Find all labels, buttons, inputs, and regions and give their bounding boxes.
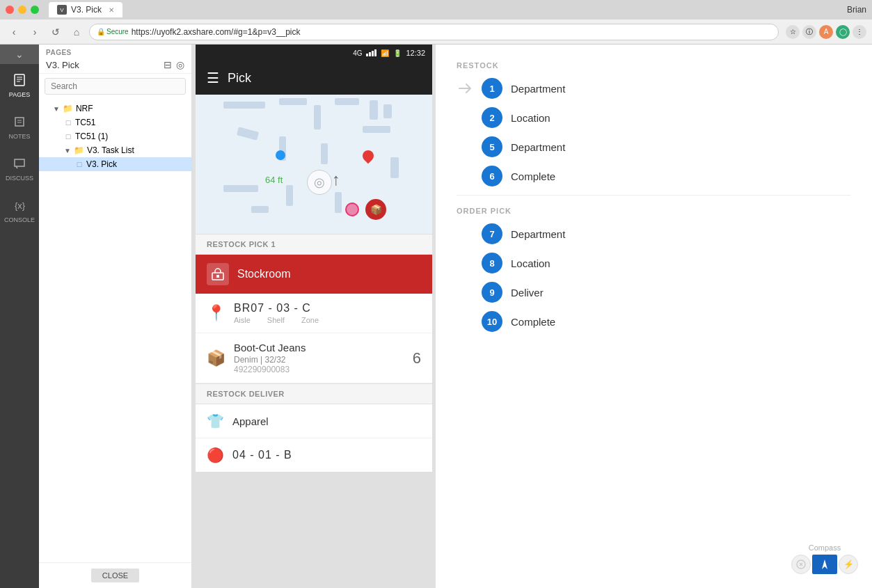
tab-title: V3. Pick (71, 5, 102, 15)
signal-bar-4 (374, 49, 376, 56)
axure-sidebar: ⌄ PAGES NOTES DISCUSS {x} CONSOLE (0, 45, 39, 588)
restock-section-label: RESTOCK (457, 61, 851, 70)
tree-label-v3pick: V3. Pick (86, 159, 117, 169)
pages-current-page: V3. Pick ⊟ ◎ (46, 59, 184, 70)
tab-close[interactable]: ✕ (109, 6, 114, 14)
zone-label: Zone (301, 316, 319, 324)
map-shelf-7 (363, 126, 390, 133)
workflow-circle-10: 10 (482, 311, 502, 332)
sidebar-nav-discuss[interactable]: DISCUSS (0, 148, 39, 189)
map-shelf-4 (335, 98, 359, 105)
workflow-circle-7: 7 (482, 223, 502, 244)
page-icon-tc51-1: □ (64, 132, 72, 141)
pages-panel: PAGES V3. Pick ⊟ ◎ ▼ 📁 NRF □ TC51 (39, 45, 192, 588)
network-indicator: 4G (353, 49, 362, 57)
close-button[interactable]: CLOSE (91, 569, 139, 582)
location-info: BR07 - 03 - C Aisle Shelf Zone (234, 302, 421, 324)
workflow-label-7: Department (511, 228, 565, 240)
pages-nav-label: PAGES (9, 91, 30, 98)
deliver-location-code: 04 - 01 - B (232, 449, 292, 461)
info-icon[interactable]: ⓘ (802, 25, 816, 39)
sidebar-nav-notes[interactable]: NOTES (0, 106, 39, 148)
stockroom-row[interactable]: Stockroom (196, 255, 432, 294)
menu-icon[interactable]: ⋮ (853, 25, 866, 39)
app-header-title: Pick (228, 71, 251, 86)
apparel-icon: 👕 (207, 413, 224, 429)
workflow-step-1: 1 Department (457, 78, 851, 99)
workflow-label-8: Location (511, 257, 550, 269)
tree-label-tc51-1: TC51 (1) (75, 132, 108, 141)
extension-icon-2[interactable]: ◯ (836, 25, 850, 39)
pages-tree: ▼ 📁 NRF □ TC51 □ TC51 (1) ▼ 📁 V3. Task L… (39, 99, 191, 562)
bookmark-icon[interactable]: ☆ (786, 25, 800, 39)
workflow-step-8: 8 Location (457, 253, 851, 273)
forward-button[interactable]: › (26, 24, 43, 40)
item-name: Boot-Cut Jeans (234, 342, 404, 353)
workflow-step-2: 2 Location (457, 107, 851, 128)
item-row: 📦 Boot-Cut Jeans Denim | 32/32 492290900… (196, 333, 432, 383)
map-package-icon: 📦 (365, 199, 386, 220)
map-shelf-10 (321, 143, 328, 164)
extension-icon-1[interactable]: A (819, 25, 833, 39)
tree-item-v3pick[interactable]: □ V3. Pick (39, 157, 191, 171)
sidebar-nav-console[interactable]: {x} CONSOLE (0, 189, 39, 231)
map-location-circle (345, 202, 359, 216)
pages-header: PAGES V3. Pick ⊟ ◎ (39, 45, 191, 74)
pages-icon (10, 72, 29, 88)
map-shelf-11 (390, 157, 399, 178)
compass-lightning-btn[interactable]: ⚡ (839, 555, 858, 574)
phone-area: 4G 📶 🔋 12:32 ☰ Pick (192, 45, 436, 588)
discuss-nav-label: DISCUSS (6, 175, 33, 182)
main-layout: ⌄ PAGES NOTES DISCUSS {x} CONSOLE (0, 45, 872, 588)
sidebar-toggle[interactable]: ⌄ (0, 45, 39, 64)
tree-item-tc51-1[interactable]: □ TC51 (1) (39, 129, 191, 143)
home-button[interactable]: ⌂ (68, 24, 85, 40)
secure-badge: 🔒 Secure (97, 28, 129, 35)
workflow-step-7: 7 Department (457, 223, 851, 244)
signal-bar-2 (369, 52, 371, 56)
address-bar[interactable]: 🔒 Secure https://uyofk2.axshare.com/#g=1… (89, 24, 779, 40)
tree-item-tc51[interactable]: □ TC51 (39, 116, 191, 129)
item-sub: Denim | 32/32 (234, 355, 404, 365)
compass-back-btn[interactable] (791, 555, 811, 574)
pages-current-label: V3. Pick (46, 60, 79, 70)
traffic-light-yellow[interactable] (18, 6, 26, 14)
map-shelf-13 (286, 185, 293, 206)
console-icon: {x} (10, 197, 29, 214)
workflow-label-2: Location (511, 112, 550, 124)
map-shelf-8 (237, 127, 259, 140)
wifi-icon: 📶 (381, 49, 389, 57)
console-nav-label: CONSOLE (4, 216, 35, 223)
tree-chevron-nrf: ▼ (53, 105, 60, 113)
map-shelf-1 (223, 102, 265, 109)
refresh-button[interactable]: ↺ (47, 24, 64, 40)
page-icon-v3pick: □ (75, 160, 84, 168)
workflow-label-9: Deliver (511, 287, 544, 299)
map-scale-label: 64 ft (265, 175, 283, 185)
phone-status-bar: 4G 📶 🔋 12:32 (196, 45, 432, 61)
workflow-step-5: 5 Department (457, 136, 851, 157)
pages-export-icon[interactable]: ⊟ (164, 59, 172, 70)
item-barcode: 492290900083 (234, 365, 404, 374)
sidebar-nav-pages[interactable]: PAGES (0, 64, 39, 106)
svg-rect-0 (15, 74, 24, 86)
pages-settings-icon[interactable]: ◎ (176, 59, 184, 70)
stockroom-icon (207, 263, 229, 285)
toolbar-icons: ☆ ⓘ A ◯ ⋮ (786, 25, 866, 39)
traffic-light-red[interactable] (6, 6, 14, 14)
map-shelf-5 (370, 100, 378, 120)
map-shelf-3 (314, 105, 321, 129)
workflow-circle-8: 8 (482, 253, 502, 273)
workflow-circle-1: 1 (482, 78, 502, 99)
browser-tab[interactable]: V V3. Pick ✕ (49, 2, 122, 17)
tree-item-nrf[interactable]: ▼ 📁 NRF (39, 102, 191, 116)
shelf-label: Shelf (267, 316, 285, 324)
tree-item-tasklist[interactable]: ▼ 📁 V3. Task List (39, 143, 191, 157)
compass-center-display (812, 555, 837, 574)
back-button[interactable]: ‹ (6, 24, 22, 40)
app-header-menu-icon[interactable]: ☰ (207, 70, 219, 86)
compass-widget-label: Compass (791, 543, 858, 552)
traffic-light-green[interactable] (31, 6, 39, 14)
browser-titlebar: V V3. Pick ✕ Brian (0, 0, 872, 19)
pages-search-input[interactable] (45, 78, 186, 95)
